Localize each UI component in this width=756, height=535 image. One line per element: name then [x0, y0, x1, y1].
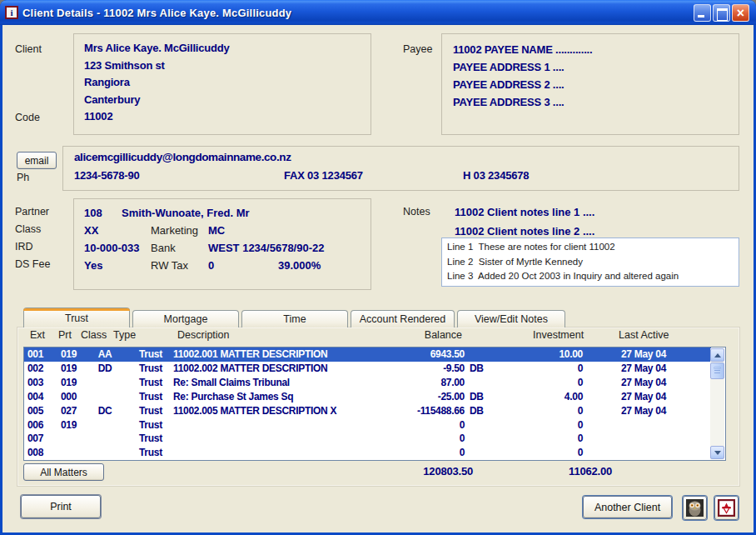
payee-panel: 11002 PAYEE NAME .............PAYEE ADDR…: [441, 33, 739, 135]
window-title: Client Details - 11002 Mrs Alice Kaye. M…: [22, 7, 694, 19]
matters-rows: 001 019 AA Trust 11002.001 MATTER DESCRI…: [24, 348, 711, 460]
ird-label: IRD: [15, 241, 33, 252]
email-button[interactable]: email: [17, 152, 57, 169]
cell-investment: 10.00: [491, 348, 583, 360]
cell-last-active: 27 May 04: [583, 348, 711, 360]
note-line: Line 1 These are notes for client 11002: [447, 240, 734, 255]
cell-description: 11002.001 MATTER DESCRIPTION: [173, 348, 415, 360]
matters-list[interactable]: 001 019 AA Trust 11002.001 MATTER DESCRI…: [23, 347, 726, 461]
cell-ext: 008: [24, 447, 59, 458]
cell-investment: 4.00: [491, 391, 583, 402]
code-label: Code: [15, 112, 40, 123]
matter-row[interactable]: 002 019 DD Trust 11002.002 MATTER DESCRI…: [24, 362, 711, 376]
matter-row[interactable]: 006 019 Trust 0 0: [24, 418, 711, 432]
cell-type: Trust: [124, 348, 173, 360]
cell-balance: -115488.66: [415, 405, 465, 417]
payee-line: 11002 PAYEE NAME .............: [453, 41, 739, 58]
payee-line: PAYEE ADDRESS 2 ....: [453, 76, 739, 93]
close-button[interactable]: [732, 4, 749, 22]
notes-detail-box[interactable]: Line 1 These are notes for client 11002L…: [441, 238, 739, 287]
col-prt: Prt: [58, 329, 72, 341]
cell-ext: 007: [24, 432, 59, 444]
cell-investment: 0: [491, 419, 583, 431]
home-number: H 03 2345678: [463, 169, 529, 182]
cell-description: 11002.002 MATTER DESCRIPTION: [173, 362, 415, 374]
cell-description: Re: Purchase St James Sq: [173, 391, 415, 402]
payee-line: PAYEE ADDRESS 1 ....: [453, 58, 739, 76]
scroll-down-button[interactable]: [710, 446, 724, 459]
cell-ext: 002: [24, 362, 59, 374]
matter-row[interactable]: 008 Trust 0 0: [24, 446, 711, 460]
cell-ext: 005: [24, 405, 59, 417]
cell-last-active: 27 May 04: [583, 362, 711, 374]
client-code: 11002: [84, 108, 371, 126]
notes-label: Notes: [403, 206, 430, 218]
partner-code: 108: [84, 207, 102, 219]
matter-row[interactable]: 004 000 Trust Re: Purchase St James Sq -…: [24, 390, 711, 404]
marketing-value: MC: [208, 224, 225, 237]
cell-balance-db: DB: [465, 405, 491, 417]
cell-balance: -9.50: [415, 362, 465, 374]
cell-type: Trust: [124, 391, 173, 402]
class-value: XX: [84, 224, 98, 237]
cell-class: DD: [86, 362, 124, 374]
cell-investment: 0: [491, 447, 583, 458]
ph-label: Ph: [17, 172, 29, 183]
window-icon: i: [5, 6, 18, 19]
partner-name: Smith-Wunoate, Fred. Mr: [122, 207, 250, 219]
client-photo-button[interactable]: [683, 496, 707, 520]
contact-panel: alicemcgillicuddy@longdomainname.co.nz 1…: [62, 146, 739, 191]
tab-strip: Trust Mortgage Time Account Rendered Vie…: [23, 308, 568, 328]
client-label: Client: [15, 43, 42, 55]
cell-last-active: 27 May 04: [583, 405, 711, 417]
payee-label: Payee: [403, 43, 432, 55]
matter-row[interactable]: 005 027 DC Trust 11002.005 MATTER DESCRI…: [24, 403, 711, 418]
tab-label: Account Rendered: [360, 313, 446, 325]
notes-summary-1: 11002 Client notes line 1 ....: [455, 206, 594, 218]
another-client-button[interactable]: Another Client: [583, 496, 672, 518]
cell-prt: 019: [59, 362, 86, 374]
col-last-active: Last Active: [619, 329, 669, 341]
all-matters-button[interactable]: All Matters: [23, 463, 104, 481]
tab[interactable]: Trust: [23, 308, 130, 328]
minimize-button[interactable]: [694, 4, 711, 22]
matter-row[interactable]: 001 019 AA Trust 11002.001 MATTER DESCRI…: [24, 348, 711, 362]
dialog-body: Client Code Mrs Alice Kaye. McGillicuddy…: [2, 25, 754, 532]
print-button[interactable]: Print: [21, 495, 101, 518]
scroll-up-button[interactable]: [710, 348, 724, 362]
owl-photo-icon: [686, 499, 704, 517]
tab[interactable]: Time: [241, 310, 348, 328]
maximize-button[interactable]: [713, 4, 730, 22]
matter-row[interactable]: 007 Trust 0 0: [24, 432, 711, 446]
client-address-line: Canterbury: [84, 92, 371, 109]
email-address: alicemcgillicuddy@longdomainname.co.nz: [74, 151, 291, 163]
tab-label: Time: [283, 313, 306, 325]
note-line: Line 2 Sister of Myrtle Kennedy: [447, 255, 734, 270]
class-label: Class: [15, 223, 41, 235]
cell-last-active: 27 May 04: [583, 377, 711, 388]
matters-scrollbar[interactable]: [710, 348, 724, 459]
tab[interactable]: Mortgage: [132, 310, 239, 328]
cell-type: Trust: [124, 432, 173, 444]
scroll-thumb[interactable]: [710, 362, 724, 379]
cell-balance-db: DB: [465, 391, 491, 402]
col-investment: Investment: [533, 329, 584, 341]
pdf-button[interactable]: [714, 496, 739, 520]
tab[interactable]: Account Rendered: [351, 310, 455, 328]
cell-last-active: 27 May 04: [583, 391, 711, 402]
partner-panel: 108 Smith-Wunoate, Fred. Mr XX Marketing…: [73, 198, 371, 290]
col-balance: Balance: [402, 329, 462, 341]
col-description: Description: [177, 329, 230, 341]
cell-balance-db: DB: [465, 362, 491, 374]
ds-fee-value: Yes: [84, 259, 102, 272]
cell-ext: 001: [24, 348, 59, 360]
notes-summary-2: 11002 Client notes line 2 ....: [455, 225, 594, 238]
tab[interactable]: View/Edit Notes: [457, 310, 565, 328]
matter-row[interactable]: 003 019 Trust Re: Small Claims Tribunal …: [24, 376, 711, 390]
cell-type: Trust: [124, 377, 173, 388]
cell-ext: 004: [24, 391, 59, 402]
cell-balance: 87.00: [415, 377, 465, 388]
rw-tax-value: 0: [208, 259, 214, 272]
col-ext: Ext: [30, 329, 45, 341]
titlebar[interactable]: i Client Details - 11002 Mrs Alice Kaye.…: [0, 0, 756, 25]
